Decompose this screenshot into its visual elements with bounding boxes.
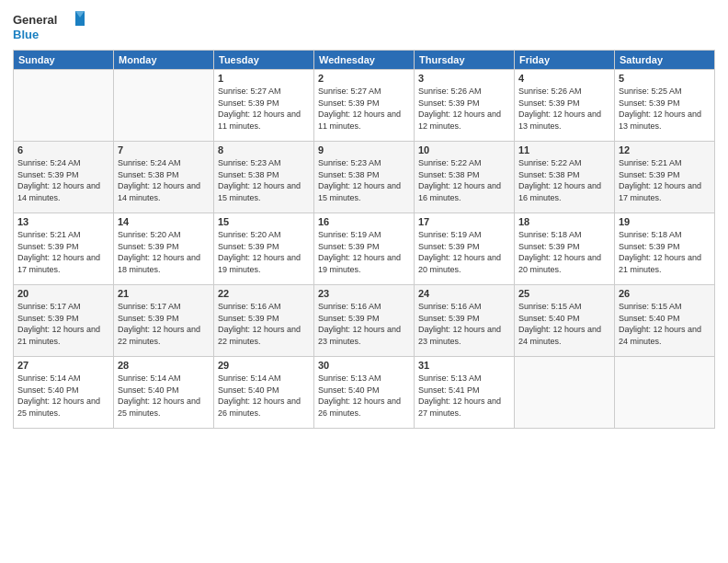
calendar-cell: 13Sunrise: 5:21 AM Sunset: 5:39 PM Dayli… [14, 213, 114, 285]
day-number: 15 [218, 216, 310, 227]
day-info: Sunrise: 5:17 AM Sunset: 5:39 PM Dayligh… [17, 301, 109, 347]
day-number: 20 [17, 288, 109, 299]
weekday-header-row: SundayMondayTuesdayWednesdayThursdayFrid… [14, 51, 715, 70]
day-info: Sunrise: 5:16 AM Sunset: 5:39 PM Dayligh… [418, 301, 510, 347]
calendar-cell: 19Sunrise: 5:18 AM Sunset: 5:39 PM Dayli… [615, 213, 715, 285]
weekday-header-thursday: Thursday [415, 51, 515, 70]
day-number: 24 [418, 288, 510, 299]
weekday-header-saturday: Saturday [615, 51, 715, 70]
day-info: Sunrise: 5:21 AM Sunset: 5:39 PM Dayligh… [619, 157, 711, 203]
calendar-cell: 9Sunrise: 5:23 AM Sunset: 5:38 PM Daylig… [314, 142, 415, 213]
page: General Blue SundayMondayTuesdayWednesda… [0, 0, 728, 563]
svg-text:Blue: Blue [13, 28, 39, 41]
day-number: 9 [318, 144, 410, 155]
day-number: 31 [418, 360, 510, 371]
day-number: 14 [118, 216, 210, 227]
day-info: Sunrise: 5:25 AM Sunset: 5:39 PM Dayligh… [619, 86, 711, 132]
day-number: 6 [17, 144, 109, 155]
day-number: 5 [619, 73, 711, 84]
calendar-cell: 12Sunrise: 5:21 AM Sunset: 5:39 PM Dayli… [615, 142, 715, 213]
calendar-cell: 21Sunrise: 5:17 AM Sunset: 5:39 PM Dayli… [114, 285, 214, 357]
weekday-header-wednesday: Wednesday [314, 51, 415, 70]
day-info: Sunrise: 5:27 AM Sunset: 5:39 PM Dayligh… [318, 86, 410, 132]
day-number: 4 [518, 73, 610, 84]
weekday-header-monday: Monday [114, 51, 214, 70]
calendar-cell: 10Sunrise: 5:22 AM Sunset: 5:38 PM Dayli… [415, 142, 515, 213]
calendar-cell: 2Sunrise: 5:27 AM Sunset: 5:39 PM Daylig… [314, 70, 415, 142]
calendar-cell: 5Sunrise: 5:25 AM Sunset: 5:39 PM Daylig… [615, 70, 715, 142]
calendar-cell: 11Sunrise: 5:22 AM Sunset: 5:38 PM Dayli… [515, 142, 615, 213]
day-info: Sunrise: 5:14 AM Sunset: 5:40 PM Dayligh… [218, 373, 310, 419]
day-info: Sunrise: 5:14 AM Sunset: 5:40 PM Dayligh… [17, 373, 109, 419]
day-number: 30 [318, 360, 410, 371]
day-number: 26 [619, 288, 711, 299]
day-info: Sunrise: 5:26 AM Sunset: 5:39 PM Dayligh… [518, 86, 610, 132]
day-info: Sunrise: 5:22 AM Sunset: 5:38 PM Dayligh… [518, 157, 610, 203]
header-area: General Blue [13, 9, 715, 44]
svg-text:General: General [13, 13, 57, 27]
calendar-week-1: 1Sunrise: 5:27 AM Sunset: 5:39 PM Daylig… [14, 70, 715, 142]
day-number: 22 [218, 288, 310, 299]
calendar-cell: 14Sunrise: 5:20 AM Sunset: 5:39 PM Dayli… [114, 213, 214, 285]
day-number: 18 [518, 216, 610, 227]
calendar-week-3: 13Sunrise: 5:21 AM Sunset: 5:39 PM Dayli… [14, 213, 715, 285]
calendar-cell: 30Sunrise: 5:13 AM Sunset: 5:40 PM Dayli… [314, 357, 415, 429]
calendar-cell: 22Sunrise: 5:16 AM Sunset: 5:39 PM Dayli… [214, 285, 314, 357]
weekday-header-friday: Friday [515, 51, 615, 70]
day-info: Sunrise: 5:13 AM Sunset: 5:41 PM Dayligh… [418, 373, 510, 419]
day-info: Sunrise: 5:21 AM Sunset: 5:39 PM Dayligh… [17, 229, 109, 275]
calendar-cell: 16Sunrise: 5:19 AM Sunset: 5:39 PM Dayli… [314, 213, 415, 285]
calendar-cell: 7Sunrise: 5:24 AM Sunset: 5:38 PM Daylig… [114, 142, 214, 213]
weekday-header-tuesday: Tuesday [214, 51, 314, 70]
day-number: 21 [118, 288, 210, 299]
calendar-table: SundayMondayTuesdayWednesdayThursdayFrid… [13, 50, 715, 429]
day-info: Sunrise: 5:27 AM Sunset: 5:39 PM Dayligh… [218, 86, 310, 132]
day-number: 23 [318, 288, 410, 299]
day-number: 7 [118, 144, 210, 155]
day-number: 3 [418, 73, 510, 84]
day-number: 2 [318, 73, 410, 84]
day-info: Sunrise: 5:14 AM Sunset: 5:40 PM Dayligh… [118, 373, 210, 419]
day-number: 11 [518, 144, 610, 155]
day-number: 12 [619, 144, 711, 155]
day-number: 19 [619, 216, 711, 227]
day-info: Sunrise: 5:18 AM Sunset: 5:39 PM Dayligh… [518, 229, 610, 275]
calendar-cell: 23Sunrise: 5:16 AM Sunset: 5:39 PM Dayli… [314, 285, 415, 357]
calendar-cell: 24Sunrise: 5:16 AM Sunset: 5:39 PM Dayli… [415, 285, 515, 357]
calendar-week-4: 20Sunrise: 5:17 AM Sunset: 5:39 PM Dayli… [14, 285, 715, 357]
day-number: 13 [17, 216, 109, 227]
day-info: Sunrise: 5:19 AM Sunset: 5:39 PM Dayligh… [418, 229, 510, 275]
day-info: Sunrise: 5:19 AM Sunset: 5:39 PM Dayligh… [318, 229, 410, 275]
weekday-header-sunday: Sunday [14, 51, 114, 70]
calendar-cell [515, 357, 615, 429]
calendar-cell [114, 70, 214, 142]
calendar-cell: 1Sunrise: 5:27 AM Sunset: 5:39 PM Daylig… [214, 70, 314, 142]
day-info: Sunrise: 5:17 AM Sunset: 5:39 PM Dayligh… [118, 301, 210, 347]
day-info: Sunrise: 5:22 AM Sunset: 5:38 PM Dayligh… [418, 157, 510, 203]
calendar-cell: 31Sunrise: 5:13 AM Sunset: 5:41 PM Dayli… [415, 357, 515, 429]
day-number: 28 [118, 360, 210, 371]
calendar-cell: 8Sunrise: 5:23 AM Sunset: 5:38 PM Daylig… [214, 142, 314, 213]
calendar-cell: 4Sunrise: 5:26 AM Sunset: 5:39 PM Daylig… [515, 70, 615, 142]
day-info: Sunrise: 5:26 AM Sunset: 5:39 PM Dayligh… [418, 86, 510, 132]
day-number: 10 [418, 144, 510, 155]
day-info: Sunrise: 5:23 AM Sunset: 5:38 PM Dayligh… [218, 157, 310, 203]
calendar-cell: 17Sunrise: 5:19 AM Sunset: 5:39 PM Dayli… [415, 213, 515, 285]
day-info: Sunrise: 5:15 AM Sunset: 5:40 PM Dayligh… [518, 301, 610, 347]
day-info: Sunrise: 5:16 AM Sunset: 5:39 PM Dayligh… [318, 301, 410, 347]
calendar-cell [14, 70, 114, 142]
day-info: Sunrise: 5:13 AM Sunset: 5:40 PM Dayligh… [318, 373, 410, 419]
day-number: 16 [318, 216, 410, 227]
day-number: 25 [518, 288, 610, 299]
calendar-cell: 28Sunrise: 5:14 AM Sunset: 5:40 PM Dayli… [114, 357, 214, 429]
calendar-week-2: 6Sunrise: 5:24 AM Sunset: 5:39 PM Daylig… [14, 142, 715, 213]
calendar-week-5: 27Sunrise: 5:14 AM Sunset: 5:40 PM Dayli… [14, 357, 715, 429]
calendar-cell [615, 357, 715, 429]
calendar-cell: 25Sunrise: 5:15 AM Sunset: 5:40 PM Dayli… [515, 285, 615, 357]
day-info: Sunrise: 5:24 AM Sunset: 5:38 PM Dayligh… [118, 157, 210, 203]
calendar-cell: 3Sunrise: 5:26 AM Sunset: 5:39 PM Daylig… [415, 70, 515, 142]
logo: General Blue [13, 9, 86, 44]
day-number: 1 [218, 73, 310, 84]
day-info: Sunrise: 5:16 AM Sunset: 5:39 PM Dayligh… [218, 301, 310, 347]
calendar-cell: 26Sunrise: 5:15 AM Sunset: 5:40 PM Dayli… [615, 285, 715, 357]
